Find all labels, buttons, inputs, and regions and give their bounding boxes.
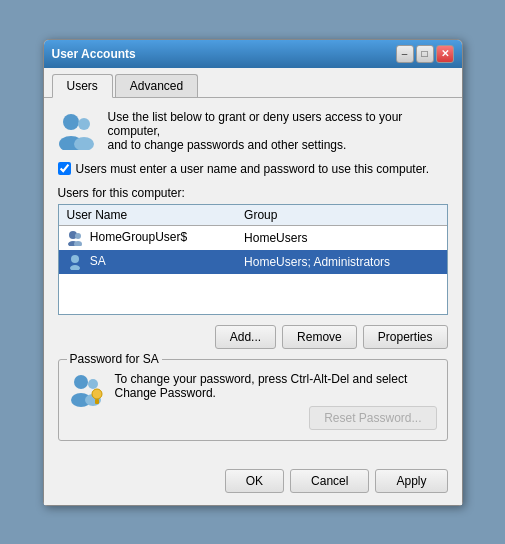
password-row: To change your password, press Ctrl-Alt-… <box>69 372 437 430</box>
user-name-cell-selected: SA <box>59 250 237 274</box>
svg-point-6 <box>75 233 81 239</box>
password-description: To change your password, press Ctrl-Alt-… <box>115 372 437 430</box>
password-group-title: Password for SA <box>67 352 162 366</box>
maximize-button[interactable]: □ <box>416 45 434 63</box>
info-text: Use the list below to grant or deny user… <box>108 110 448 152</box>
apply-button[interactable]: Apply <box>375 469 447 493</box>
bottom-buttons: OK Cancel Apply <box>44 463 462 505</box>
empty-row <box>59 274 447 314</box>
svg-point-10 <box>74 375 88 389</box>
col-group: Group <box>236 205 446 226</box>
window-title: User Accounts <box>52 47 136 61</box>
properties-button[interactable]: Properties <box>363 325 448 349</box>
user-table-container: User Name Group <box>58 204 448 315</box>
reset-btn-row: Reset Password... <box>115 406 437 430</box>
group-cell: HomeUsers <box>236 225 446 250</box>
title-bar-controls: – □ ✕ <box>396 45 454 63</box>
title-bar: User Accounts – □ ✕ <box>44 40 462 68</box>
tab-bar: Users Advanced <box>44 68 462 98</box>
password-user-icon <box>69 372 105 408</box>
table-header-row: User Name Group <box>59 205 447 226</box>
user-row-icon <box>67 230 83 246</box>
password-group-box: Password for SA To change your password,… <box>58 359 448 441</box>
users-icon <box>58 110 98 150</box>
user-accounts-window: User Accounts – □ ✕ Users Advanced <box>43 39 463 506</box>
ok-button[interactable]: OK <box>225 469 284 493</box>
require-login-checkbox[interactable] <box>58 162 71 175</box>
tab-advanced[interactable]: Advanced <box>115 74 198 97</box>
window-body: Users Advanced Use the list below to gra… <box>44 68 462 505</box>
reset-password-button[interactable]: Reset Password... <box>309 406 436 430</box>
add-button[interactable]: Add... <box>215 325 276 349</box>
table-row[interactable]: SA HomeUsers; Administrators <box>59 250 447 274</box>
svg-point-12 <box>88 379 98 389</box>
users-section-label: Users for this computer: <box>58 186 448 200</box>
user-table: User Name Group <box>59 205 447 314</box>
cancel-button[interactable]: Cancel <box>290 469 369 493</box>
tab-content: Use the list below to grant or deny user… <box>44 98 462 463</box>
group-cell-selected: HomeUsers; Administrators <box>236 250 446 274</box>
svg-point-8 <box>71 255 79 263</box>
svg-rect-15 <box>95 399 99 404</box>
tab-users[interactable]: Users <box>52 74 113 98</box>
remove-button[interactable]: Remove <box>282 325 357 349</box>
col-username: User Name <box>59 205 237 226</box>
svg-point-14 <box>92 389 102 399</box>
close-button[interactable]: ✕ <box>436 45 454 63</box>
checkbox-row: Users must enter a user name and passwor… <box>58 162 448 176</box>
user-name-cell: HomeGroupUser$ <box>59 225 237 250</box>
action-buttons-row: Add... Remove Properties <box>58 325 448 349</box>
table-row[interactable]: HomeGroupUser$ HomeUsers <box>59 225 447 250</box>
svg-point-0 <box>63 114 79 130</box>
info-row: Use the list below to grant or deny user… <box>58 110 448 152</box>
user-selected-icon <box>67 254 83 270</box>
svg-point-2 <box>78 118 90 130</box>
svg-point-9 <box>70 265 80 270</box>
checkbox-label: Users must enter a user name and passwor… <box>76 162 430 176</box>
minimize-button[interactable]: – <box>396 45 414 63</box>
